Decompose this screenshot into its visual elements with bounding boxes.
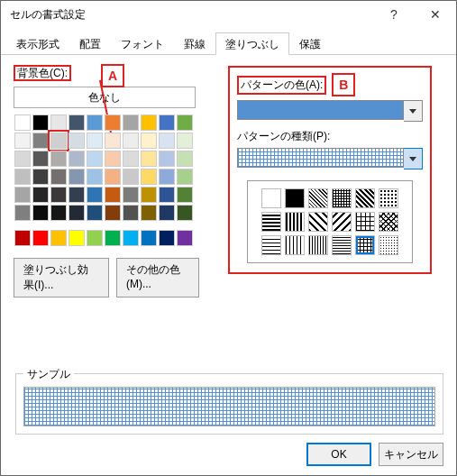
color-swatch[interactable] bbox=[69, 133, 85, 149]
color-swatch[interactable] bbox=[50, 151, 67, 167]
color-swatch[interactable] bbox=[105, 151, 121, 167]
color-swatch[interactable] bbox=[14, 205, 31, 221]
color-swatch[interactable] bbox=[69, 151, 85, 167]
pattern-swatch[interactable] bbox=[355, 212, 375, 232]
color-swatch[interactable] bbox=[87, 133, 103, 149]
color-swatch[interactable] bbox=[141, 187, 157, 203]
color-swatch[interactable] bbox=[105, 230, 121, 246]
color-swatch[interactable] bbox=[87, 230, 103, 246]
tab-fill[interactable]: 塗りつぶし bbox=[215, 32, 289, 55]
color-swatch[interactable] bbox=[50, 114, 67, 131]
color-swatch[interactable] bbox=[69, 230, 85, 246]
color-swatch[interactable] bbox=[177, 187, 193, 203]
chevron-down-icon[interactable] bbox=[404, 100, 423, 122]
pattern-swatch[interactable] bbox=[261, 188, 281, 208]
pattern-swatch[interactable] bbox=[261, 212, 281, 232]
color-swatch[interactable] bbox=[32, 151, 49, 167]
color-swatch[interactable] bbox=[50, 133, 67, 149]
tab-format[interactable]: 表示形式 bbox=[6, 32, 69, 55]
color-swatch[interactable] bbox=[159, 151, 175, 167]
color-swatch[interactable] bbox=[69, 114, 85, 131]
more-colors-button[interactable]: その他の色(M)... bbox=[116, 258, 199, 298]
color-swatch[interactable] bbox=[14, 169, 31, 185]
pattern-swatch[interactable] bbox=[332, 212, 352, 232]
color-swatch[interactable] bbox=[50, 169, 67, 185]
color-swatch[interactable] bbox=[32, 230, 49, 246]
color-swatch[interactable] bbox=[159, 169, 175, 185]
pattern-type-combo[interactable] bbox=[237, 148, 423, 169]
pattern-swatch[interactable] bbox=[285, 212, 305, 232]
color-swatch[interactable] bbox=[177, 169, 193, 185]
color-swatch[interactable] bbox=[123, 169, 139, 185]
color-swatch[interactable] bbox=[123, 114, 139, 131]
color-swatch[interactable] bbox=[159, 114, 175, 131]
chevron-down-icon[interactable] bbox=[404, 148, 423, 169]
cancel-button[interactable]: キャンセル bbox=[379, 443, 443, 466]
no-color-button[interactable]: 色なし bbox=[14, 87, 196, 108]
color-swatch[interactable] bbox=[177, 230, 193, 246]
color-swatch[interactable] bbox=[105, 114, 121, 131]
color-swatch[interactable] bbox=[14, 133, 31, 149]
pattern-swatch[interactable] bbox=[355, 188, 375, 208]
color-swatch[interactable] bbox=[123, 187, 139, 203]
color-swatch[interactable] bbox=[87, 205, 103, 221]
color-swatch[interactable] bbox=[69, 205, 85, 221]
pattern-color-combo[interactable] bbox=[237, 100, 423, 122]
color-swatch[interactable] bbox=[32, 133, 49, 149]
ok-button[interactable]: OK bbox=[306, 443, 371, 466]
color-swatch[interactable] bbox=[69, 187, 85, 203]
color-swatch[interactable] bbox=[105, 169, 121, 185]
pattern-swatch[interactable] bbox=[355, 235, 375, 255]
color-swatch[interactable] bbox=[87, 187, 103, 203]
color-swatch[interactable] bbox=[87, 114, 103, 131]
color-swatch[interactable] bbox=[159, 133, 175, 149]
fill-effects-button[interactable]: 塗りつぶし効果(I)... bbox=[14, 258, 109, 298]
color-swatch[interactable] bbox=[87, 151, 103, 167]
color-swatch[interactable] bbox=[123, 230, 139, 246]
color-swatch[interactable] bbox=[105, 133, 121, 149]
color-swatch[interactable] bbox=[177, 114, 193, 131]
color-swatch[interactable] bbox=[50, 187, 67, 203]
color-swatch[interactable] bbox=[14, 114, 31, 131]
pattern-swatch[interactable] bbox=[379, 212, 398, 232]
pattern-swatch[interactable] bbox=[308, 212, 328, 232]
color-swatch[interactable] bbox=[141, 133, 157, 149]
color-swatch[interactable] bbox=[159, 187, 175, 203]
pattern-swatch[interactable] bbox=[261, 235, 281, 255]
color-swatch[interactable] bbox=[123, 151, 139, 167]
pattern-swatch[interactable] bbox=[332, 188, 352, 208]
color-swatch[interactable] bbox=[159, 205, 175, 221]
pattern-swatch[interactable] bbox=[308, 235, 328, 255]
color-swatch[interactable] bbox=[50, 230, 67, 246]
color-swatch[interactable] bbox=[69, 169, 85, 185]
color-swatch[interactable] bbox=[14, 187, 31, 203]
color-swatch[interactable] bbox=[141, 169, 157, 185]
pattern-swatch[interactable] bbox=[332, 235, 352, 255]
tab-border[interactable]: 罫線 bbox=[174, 32, 215, 55]
color-swatch[interactable] bbox=[141, 205, 157, 221]
color-swatch[interactable] bbox=[105, 187, 121, 203]
color-swatch[interactable] bbox=[32, 114, 49, 131]
color-swatch[interactable] bbox=[14, 151, 31, 167]
color-swatch[interactable] bbox=[32, 169, 49, 185]
color-swatch[interactable] bbox=[32, 205, 49, 221]
tab-alignment[interactable]: 配置 bbox=[69, 32, 111, 55]
color-swatch[interactable] bbox=[177, 151, 193, 167]
pattern-swatch[interactable] bbox=[285, 188, 305, 208]
color-swatch[interactable] bbox=[32, 187, 49, 203]
color-swatch[interactable] bbox=[105, 205, 121, 221]
color-swatch[interactable] bbox=[177, 133, 193, 149]
pattern-swatch[interactable] bbox=[379, 188, 398, 208]
pattern-swatch[interactable] bbox=[308, 188, 328, 208]
color-swatch[interactable] bbox=[141, 230, 157, 246]
color-swatch[interactable] bbox=[123, 205, 139, 221]
help-button[interactable]: ? bbox=[373, 1, 415, 28]
close-button[interactable]: ✕ bbox=[415, 1, 456, 28]
color-swatch[interactable] bbox=[50, 205, 67, 221]
color-swatch[interactable] bbox=[141, 151, 157, 167]
pattern-swatch[interactable] bbox=[379, 235, 398, 255]
color-swatch[interactable] bbox=[123, 133, 139, 149]
color-swatch[interactable] bbox=[141, 114, 157, 131]
pattern-swatch[interactable] bbox=[285, 235, 305, 255]
color-swatch[interactable] bbox=[87, 169, 103, 185]
